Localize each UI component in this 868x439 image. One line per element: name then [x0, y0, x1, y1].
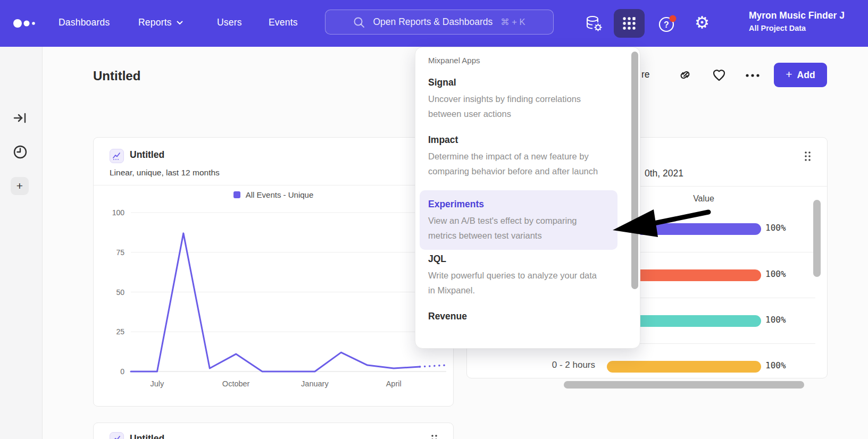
share-button-fragment[interactable]: re — [641, 69, 650, 80]
y-axis-tick-label: 100 — [112, 208, 125, 217]
y-axis-tick-label: 25 — [116, 327, 124, 336]
chevron-down-icon — [177, 21, 183, 25]
nav-dashboards[interactable]: Dashboards — [59, 17, 110, 28]
nav-reports[interactable]: Reports — [138, 17, 183, 28]
row-value: 100% — [765, 269, 786, 279]
drag-handle-icon[interactable] — [430, 434, 439, 439]
expand-sidebar-icon[interactable] — [13, 111, 28, 125]
y-axis-tick-label: 0 — [120, 367, 124, 376]
bottom-chart-card: Untitled — [93, 423, 454, 439]
table-vertical-scrollbar[interactable] — [813, 200, 821, 277]
plus-icon: + — [786, 68, 792, 81]
menu-item-experiments[interactable]: Experiments View an A/B test's effect by… — [420, 190, 617, 250]
bottom-card-title: Untitled — [130, 433, 164, 439]
menu-item-desc: View an A/B test's effect by comparing m… — [428, 213, 605, 243]
chart-card-subtitle: Linear, unique, last 12 months — [110, 168, 220, 178]
row-label: 0 - 2 hours — [467, 360, 595, 370]
mixpanel-app: Dashboards Reports Users Events Open Rep… — [0, 0, 868, 439]
row-value: 100% — [765, 223, 786, 233]
line-chart: 0255075100JulyOctoberJanuaryApril — [94, 207, 454, 393]
x-axis-tick-label: July — [151, 379, 165, 388]
top-navbar: Dashboards Reports Users Events Open Rep… — [0, 0, 868, 47]
nav-events[interactable]: Events — [269, 17, 298, 28]
user-menu[interactable]: Myron Music Finder J All Project Data — [749, 10, 845, 32]
chart-card: Untitled Linear, unique, last 12 months … — [93, 137, 454, 407]
more-options-icon[interactable] — [745, 73, 762, 78]
nav-dashboards-label: Dashboards — [59, 17, 110, 28]
menu-item-desc: Determine the impact of a new feature by… — [428, 149, 605, 179]
notification-dot — [670, 15, 677, 22]
divider — [94, 185, 453, 185]
menu-item-revenue[interactable]: Revenue — [428, 309, 619, 323]
nav-reports-label: Reports — [138, 17, 172, 28]
x-axis-tick-label: January — [301, 379, 329, 388]
menu-item-title: Signal — [428, 75, 619, 89]
plus-icon: + — [16, 180, 23, 192]
data-line — [131, 233, 420, 372]
y-axis-tick-label: 50 — [116, 288, 124, 297]
nav-users-label: Users — [217, 17, 242, 28]
favorite-heart-icon[interactable] — [711, 67, 727, 83]
menu-header: Mixpanel Apps — [428, 56, 619, 65]
add-button-label: Add — [797, 70, 815, 81]
search-input[interactable]: Open Reports & Dashboards ⌘ + K — [325, 10, 554, 35]
search-shortcut: ⌘ + K — [500, 17, 525, 27]
copy-link-icon[interactable] — [678, 67, 692, 82]
date-range-fragment: 0th, 2021 — [645, 168, 683, 179]
chart-card-title: Untitled — [130, 149, 164, 161]
drag-handle-icon[interactable] — [804, 151, 812, 162]
search-placeholder: Open Reports & Dashboards — [373, 16, 493, 28]
menu-item-title: Revenue — [428, 309, 619, 323]
value-bar — [607, 361, 761, 373]
x-axis-tick-label: April — [386, 379, 402, 388]
page-title: Untitled — [93, 69, 140, 83]
menu-item-desc: Write powerful queries to analyze your d… — [428, 268, 605, 298]
line-chart-card-icon — [110, 149, 124, 163]
value-column-header: Value — [658, 194, 749, 204]
search-icon — [353, 16, 365, 28]
chart-legend[interactable]: All Events - Unique — [94, 190, 453, 199]
row-value: 100% — [765, 360, 786, 370]
table-horizontal-scrollbar[interactable] — [564, 381, 804, 389]
menu-item-desc: Uncover insights by finding correlations… — [428, 91, 605, 121]
mixpanel-logo-icon[interactable] — [13, 19, 37, 28]
data-line-dotted — [420, 365, 446, 367]
svg-text:?: ? — [664, 20, 669, 29]
nav-events-label: Events — [269, 17, 298, 28]
menu-item-signal[interactable]: Signal Uncover insights by finding corre… — [428, 75, 619, 121]
menu-item-title: Impact — [428, 133, 619, 147]
user-name: Myron Music Finder J — [749, 10, 845, 21]
line-chart-card-icon — [110, 432, 124, 439]
legend-swatch — [233, 191, 240, 198]
add-button[interactable]: + Add — [774, 63, 827, 87]
legend-label: All Events - Unique — [246, 190, 314, 199]
left-sidebar: + — [0, 47, 43, 439]
apps-grid-icon — [621, 15, 637, 31]
menu-item-title: JQL — [428, 252, 619, 266]
menu-scrollbar[interactable] — [631, 52, 638, 289]
gear-glyph: ⚙ — [695, 13, 710, 32]
add-panel-button[interactable]: + — [11, 177, 29, 195]
settings-gear-icon[interactable]: ⚙ — [695, 14, 710, 31]
help-icon[interactable]: ? — [657, 14, 679, 34]
data-management-icon[interactable] — [584, 14, 603, 33]
menu-item-impact[interactable]: Impact Determine the impact of a new fea… — [428, 133, 619, 179]
history-clock-icon[interactable] — [13, 145, 28, 159]
row-value: 100% — [765, 315, 786, 325]
x-axis-tick-label: October — [222, 379, 250, 388]
project-name: All Project Data — [749, 24, 845, 32]
nav-users[interactable]: Users — [217, 17, 242, 28]
mixpanel-apps-menu: Mixpanel Apps Signal Uncover insights by… — [415, 47, 640, 349]
menu-item-jql[interactable]: JQL Write powerful queries to analyze yo… — [428, 252, 619, 298]
menu-item-title: Experiments — [428, 197, 609, 211]
apps-grid-button[interactable] — [614, 9, 645, 38]
y-axis-tick-label: 75 — [116, 248, 124, 257]
